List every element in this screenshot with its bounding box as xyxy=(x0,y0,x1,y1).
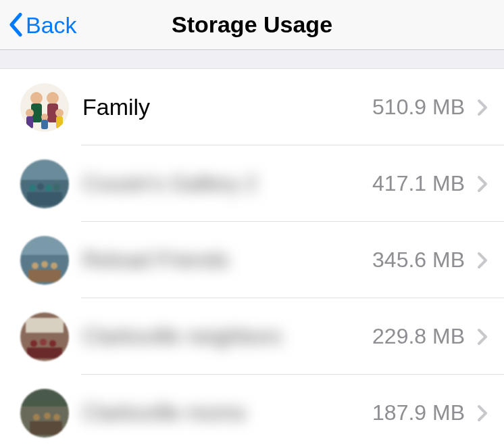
section-spacer xyxy=(0,50,504,69)
chevron-right-icon xyxy=(477,328,488,346)
svg-point-1 xyxy=(30,92,43,104)
list-item[interactable]: Family 510.9 MB xyxy=(0,69,504,145)
avatar xyxy=(20,312,69,361)
svg-point-34 xyxy=(53,414,60,421)
svg-point-13 xyxy=(29,185,36,191)
back-label: Back xyxy=(26,11,77,38)
chat-name: Reload Friends xyxy=(82,248,372,273)
svg-rect-7 xyxy=(26,116,33,128)
avatar xyxy=(20,160,69,208)
list-item[interactable]: Cousin's Gallery 2 417.1 MB xyxy=(0,145,504,222)
svg-point-22 xyxy=(51,262,57,269)
svg-point-27 xyxy=(40,339,47,346)
chevron-right-icon xyxy=(477,252,488,269)
chat-name: Clarksville neighbors xyxy=(82,324,372,349)
svg-rect-29 xyxy=(27,348,62,358)
chat-size: 510.9 MB xyxy=(372,95,465,120)
svg-point-14 xyxy=(37,183,44,190)
chat-storage-list: Family 510.9 MB Cousin's Gallery 2 417.1… xyxy=(0,69,504,445)
chat-size: 345.6 MB xyxy=(372,248,465,273)
svg-point-21 xyxy=(41,261,48,268)
list-item[interactable]: Reload Friends 345.6 MB xyxy=(0,222,504,298)
avatar xyxy=(20,83,69,132)
svg-rect-25 xyxy=(26,318,64,333)
list-item[interactable]: Clarksville neighbors 229.8 MB xyxy=(0,298,504,375)
chat-name: Clarksville moms xyxy=(82,400,372,425)
svg-point-16 xyxy=(53,184,60,191)
svg-point-2 xyxy=(47,92,59,104)
navigation-bar: Back Storage Usage xyxy=(0,0,504,50)
list-item[interactable]: Clarksville moms 187.9 MB xyxy=(0,375,504,445)
svg-rect-31 xyxy=(20,389,69,406)
svg-point-15 xyxy=(45,185,52,191)
chevron-right-icon xyxy=(477,99,488,116)
chat-name: Family xyxy=(82,94,372,120)
svg-rect-35 xyxy=(30,421,62,435)
svg-point-28 xyxy=(49,340,56,347)
svg-point-32 xyxy=(33,414,40,421)
svg-rect-23 xyxy=(28,270,61,282)
svg-point-26 xyxy=(30,340,37,347)
svg-rect-12 xyxy=(20,160,69,180)
svg-point-33 xyxy=(44,413,51,419)
svg-point-20 xyxy=(32,262,39,269)
svg-rect-8 xyxy=(56,116,63,128)
svg-point-5 xyxy=(26,109,34,117)
svg-point-9 xyxy=(41,114,48,120)
chevron-right-icon xyxy=(477,404,488,422)
chat-size: 417.1 MB xyxy=(372,171,465,196)
page-title: Storage Usage xyxy=(172,11,332,38)
chevron-left-icon xyxy=(8,13,23,37)
chat-name: Cousin's Gallery 2 xyxy=(82,171,372,196)
chat-size: 229.8 MB xyxy=(372,324,465,349)
chevron-right-icon xyxy=(477,175,488,193)
svg-rect-10 xyxy=(41,120,48,129)
avatar xyxy=(20,389,69,438)
svg-rect-17 xyxy=(27,192,62,206)
back-button[interactable]: Back xyxy=(8,11,77,38)
svg-point-6 xyxy=(55,109,64,117)
svg-rect-19 xyxy=(20,236,69,255)
chat-size: 187.9 MB xyxy=(372,400,465,425)
avatar xyxy=(20,236,69,285)
